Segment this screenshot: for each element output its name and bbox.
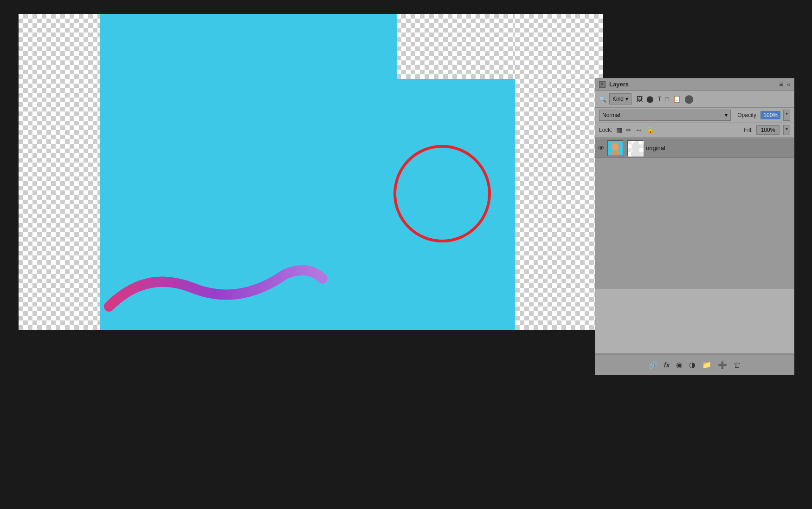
svg-point-28: [612, 143, 619, 151]
kind-dropdown[interactable]: Kind ▾: [609, 93, 632, 104]
blend-opacity-row: Normal ▾ Opacity: 100% ▾: [595, 108, 794, 123]
filter-shape-icon[interactable]: □: [665, 95, 669, 103]
fill-dropdown[interactable]: ▾: [783, 125, 790, 135]
blend-mode-value: Normal: [602, 112, 620, 118]
fill-value[interactable]: 100%: [756, 125, 780, 135]
panel-title: Layers: [609, 81, 629, 88]
panel-empty-area: [595, 159, 794, 289]
kind-label: Kind: [612, 96, 624, 102]
layer-mask-thumbnail: [627, 140, 643, 156]
layer-name: original: [646, 144, 791, 151]
layers-list: 👁: [595, 137, 794, 159]
kind-dropdown-arrow: ▾: [625, 96, 628, 102]
lock-all-icon[interactable]: 🔒: [646, 126, 654, 134]
opacity-label: Opacity:: [737, 112, 758, 118]
opacity-value[interactable]: 100%: [760, 111, 780, 119]
add-mask-button[interactable]: ◉: [676, 360, 683, 369]
photo-canvas: [100, 14, 515, 330]
lock-position-icon[interactable]: ✏: [626, 126, 632, 134]
filter-row: 🔍 Kind ▾ 🖼 ⬤ T □ 📋 ⬤: [595, 91, 794, 108]
svg-rect-33: [628, 148, 632, 152]
new-layer-button[interactable]: ➕: [718, 360, 727, 369]
layer-thumbnail: [607, 140, 623, 156]
lock-artboard-icon[interactable]: ↔: [635, 126, 643, 134]
layer-visibility-toggle[interactable]: 👁: [598, 144, 605, 152]
filter-type-icon[interactable]: T: [657, 95, 662, 103]
add-adjustment-button[interactable]: ◑: [689, 360, 696, 369]
filter-smart-icon[interactable]: 📋: [673, 95, 681, 103]
lock-label: Lock:: [599, 127, 612, 133]
transparent-right: [515, 14, 603, 330]
lock-row: Lock: ▦ ✏ ↔ 🔒 Fill: 100% ▾: [595, 123, 794, 137]
filter-pixel-icon[interactable]: 🖼: [636, 95, 643, 103]
transparent-left: [19, 14, 100, 330]
purple-brushstroke: [100, 260, 332, 316]
transparent-top-right: [397, 14, 515, 79]
blend-mode-dropdown[interactable]: Normal ▾: [599, 110, 731, 121]
panel-close-button[interactable]: ×: [599, 81, 606, 88]
filter-toggle-icon[interactable]: ⬤: [684, 94, 694, 104]
link-layers-button[interactable]: 🔗: [648, 360, 657, 369]
canvas-area: [19, 14, 603, 330]
fill-label: Fill:: [744, 127, 753, 133]
panel-titlebar: × Layers ≡ «: [595, 78, 794, 91]
panel-footer: 🔗 fx ◉ ◑ 📁 ➕ 🗑: [595, 354, 794, 375]
panel-collapse-button[interactable]: «: [787, 81, 790, 88]
layer-item[interactable]: 👁: [595, 138, 794, 158]
panel-menu-button[interactable]: ≡: [779, 80, 783, 89]
blend-dropdown-arrow: ▾: [725, 112, 728, 118]
filter-icons: 🖼 ⬤ T □ 📋 ⬤: [636, 94, 694, 104]
filter-adjustment-icon[interactable]: ⬤: [646, 95, 654, 103]
delete-layer-button[interactable]: 🗑: [734, 361, 741, 369]
search-filter-icon: 🔍: [599, 96, 606, 103]
svg-point-29: [611, 150, 620, 155]
svg-rect-31: [628, 141, 632, 144]
fx-button[interactable]: fx: [664, 361, 670, 369]
opacity-dropdown[interactable]: ▾: [783, 110, 790, 121]
panel-title-left: × Layers: [599, 81, 629, 88]
new-group-button[interactable]: 📁: [702, 360, 711, 369]
lock-pixels-icon[interactable]: ▦: [616, 126, 622, 134]
layers-panel: × Layers ≡ « 🔍 Kind ▾ 🖼 ⬤ T □ 📋 ⬤ Normal…: [595, 78, 794, 375]
